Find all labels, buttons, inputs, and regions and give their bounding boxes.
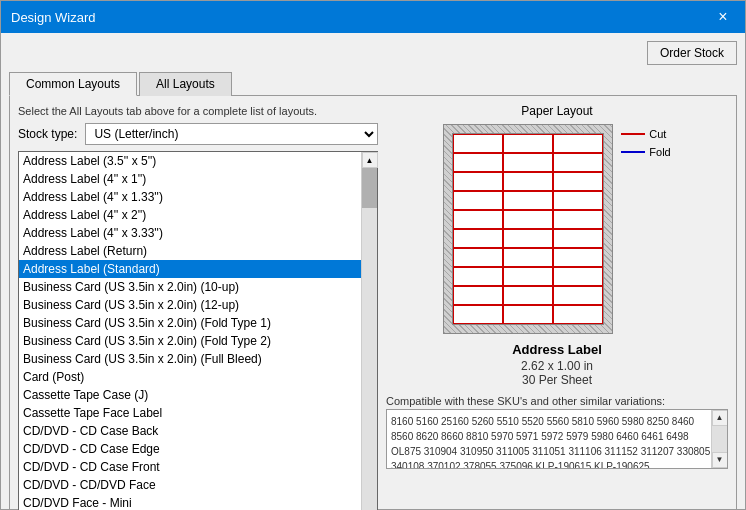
label-cell [453, 172, 503, 191]
scrollbar-vertical[interactable]: ▲ ▼ [361, 152, 377, 510]
list-item[interactable]: Business Card (US 3.5in x 2.0in) (10-up) [19, 278, 361, 296]
close-button[interactable]: × [711, 5, 735, 29]
list-item[interactable]: Business Card (US 3.5in x 2.0in) (Full B… [19, 350, 361, 368]
label-dims: 2.62 x 1.00 in [512, 359, 602, 373]
label-cell [553, 210, 603, 229]
label-cell [453, 153, 503, 172]
left-panel: Select the All Layouts tab above for a c… [18, 104, 378, 510]
legend-fold: Fold [621, 146, 670, 158]
label-cell [553, 134, 603, 153]
paper-preview-area: Cut Fold [443, 124, 670, 334]
design-wizard-window: Design Wizard × Order Stock Common Layou… [0, 0, 746, 510]
label-count: 30 Per Sheet [512, 373, 602, 387]
label-cell [453, 286, 503, 305]
skus-text: 8160 5160 25160 5260 5510 5520 5560 5810… [391, 416, 710, 469]
label-name: Address Label [512, 342, 602, 357]
stock-type-label: Stock type: [18, 127, 77, 141]
paper-layout-title: Paper Layout [521, 104, 592, 118]
skus-section: Compatible with these SKU's and other si… [386, 395, 728, 469]
skus-scrollbar[interactable]: ▲ ▼ [711, 410, 727, 468]
label-cell [503, 305, 553, 324]
skus-box: 8160 5160 25160 5260 5510 5520 5560 5810… [386, 409, 728, 469]
list-item[interactable]: CD/DVD Face - Mini [19, 494, 361, 510]
right-panel: Paper Layout [386, 104, 728, 510]
label-cell [503, 134, 553, 153]
list-item[interactable]: Business Card (US 3.5in x 2.0in) (Fold T… [19, 332, 361, 350]
main-panel: Select the All Layouts tab above for a c… [9, 96, 737, 510]
list-item[interactable]: Business Card (US 3.5in x 2.0in) (Fold T… [19, 314, 361, 332]
label-cell [503, 248, 553, 267]
label-cell [503, 229, 553, 248]
list-item[interactable]: CD/DVD - CD/DVD Face [19, 476, 361, 494]
skus-scroll-track[interactable] [712, 426, 727, 452]
label-cell [453, 267, 503, 286]
scroll-up-arrow[interactable]: ▲ [362, 152, 378, 168]
label-cell [553, 286, 603, 305]
cut-line-icon [621, 133, 645, 135]
order-stock-button[interactable]: Order Stock [647, 41, 737, 65]
label-cell [503, 286, 553, 305]
list-item[interactable]: Cassette Tape Case (J) [19, 386, 361, 404]
paper-preview [443, 124, 613, 334]
legend: Cut Fold [621, 128, 670, 158]
label-cell [553, 172, 603, 191]
label-cell [453, 134, 503, 153]
list-item[interactable]: Card (Post) [19, 368, 361, 386]
label-cell [453, 229, 503, 248]
label-info: Address Label 2.62 x 1.00 in 30 Per Shee… [512, 342, 602, 387]
label-cell [503, 172, 553, 191]
stock-type-row: Stock type: US (Letter/inch) US (Letter/… [18, 123, 378, 145]
label-cell [553, 229, 603, 248]
label-cell [503, 210, 553, 229]
description-text: Select the All Layouts tab above for a c… [18, 104, 378, 119]
tab-bar: Common Layouts All Layouts [9, 71, 737, 96]
list-item[interactable]: Address Label (Return) [19, 242, 361, 260]
label-cell [503, 267, 553, 286]
tabs-area: Common Layouts All Layouts Select the Al… [9, 71, 737, 510]
tab-common-layouts[interactable]: Common Layouts [9, 72, 137, 96]
fold-line-icon [621, 151, 645, 153]
skus-title: Compatible with these SKU's and other si… [386, 395, 728, 407]
list-item[interactable]: Business Card (US 3.5in x 2.0in) (12-up) [19, 296, 361, 314]
label-cell [453, 210, 503, 229]
label-cell [453, 191, 503, 210]
scroll-thumb[interactable] [362, 168, 377, 208]
list-item[interactable]: Address Label (4'' x 1'') [19, 170, 361, 188]
list-container: Address Label (3.5'' x 5'')Address Label… [18, 151, 378, 510]
list-item[interactable]: CD/DVD - CD Case Back [19, 422, 361, 440]
label-cell [553, 248, 603, 267]
label-cell [453, 248, 503, 267]
scroll-track[interactable] [362, 168, 377, 510]
label-cell [553, 305, 603, 324]
tab-all-layouts[interactable]: All Layouts [139, 72, 232, 96]
cut-label: Cut [649, 128, 666, 140]
paper-inner [452, 133, 604, 325]
stock-type-select[interactable]: US (Letter/inch) US (Letter/mm) A4 (mm) … [85, 123, 378, 145]
label-cell [553, 267, 603, 286]
layouts-list: Address Label (3.5'' x 5'')Address Label… [19, 152, 361, 510]
label-cell [553, 191, 603, 210]
list-item[interactable]: Address Label (4'' x 3.33'') [19, 224, 361, 242]
skus-scroll-up[interactable]: ▲ [712, 410, 728, 426]
list-item[interactable]: Address Label (Standard) [19, 260, 361, 278]
window-title: Design Wizard [11, 10, 96, 25]
top-row: Order Stock [9, 41, 737, 65]
label-grid [453, 134, 603, 324]
list-item[interactable]: Cassette Tape Face Label [19, 404, 361, 422]
title-bar: Design Wizard × [1, 1, 745, 33]
list-item[interactable]: CD/DVD - CD Case Edge [19, 440, 361, 458]
content-area: Order Stock Common Layouts All Layouts S… [1, 33, 745, 510]
skus-scroll-down[interactable]: ▼ [712, 452, 728, 468]
legend-cut: Cut [621, 128, 670, 140]
label-cell [553, 153, 603, 172]
list-item[interactable]: Address Label (4'' x 2'') [19, 206, 361, 224]
label-cell [503, 153, 553, 172]
main-content: Select the All Layouts tab above for a c… [18, 104, 728, 510]
label-cell [453, 305, 503, 324]
fold-label: Fold [649, 146, 670, 158]
list-item[interactable]: Address Label (3.5'' x 5'') [19, 152, 361, 170]
label-cell [503, 191, 553, 210]
list-item[interactable]: CD/DVD - CD Case Front [19, 458, 361, 476]
list-item[interactable]: Address Label (4'' x 1.33'') [19, 188, 361, 206]
